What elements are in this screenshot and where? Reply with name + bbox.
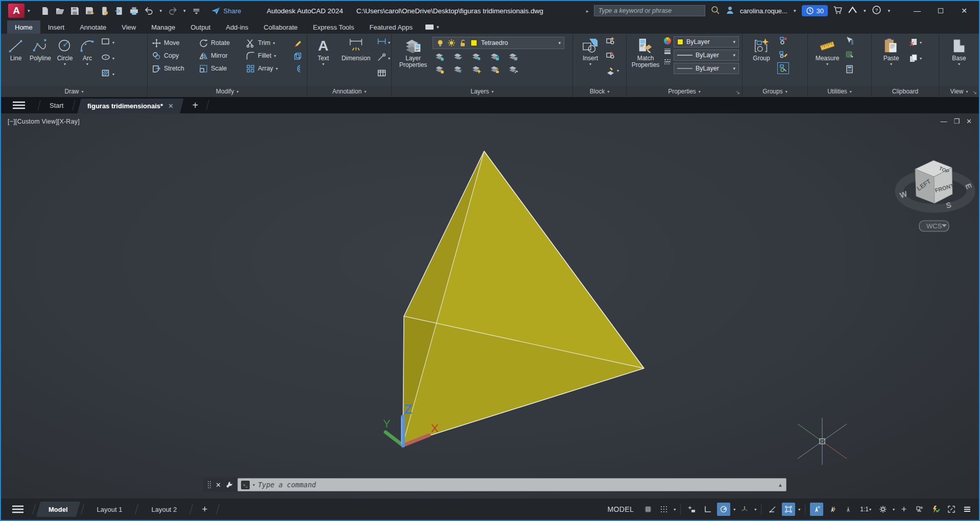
new-drawing-tab-button[interactable]: + bbox=[185, 97, 205, 113]
help-caret-icon[interactable]: ▾ bbox=[888, 8, 890, 13]
viewport-close-icon[interactable]: ✕ bbox=[966, 117, 972, 125]
rectangle-caret-icon[interactable]: ▾ bbox=[112, 41, 114, 45]
layout-menu-icon[interactable] bbox=[6, 505, 30, 513]
leader-caret-icon[interactable]: ▾ bbox=[388, 57, 390, 61]
fillet-caret-icon[interactable]: ▾ bbox=[274, 54, 276, 58]
mirror-button[interactable]: Mirror bbox=[199, 50, 246, 62]
clean-screen-toggle[interactable] bbox=[945, 503, 958, 516]
annotation-autoscale-toggle[interactable] bbox=[826, 503, 839, 516]
text-caret-icon[interactable]: ▾ bbox=[322, 62, 324, 66]
ribbon-display-toggle[interactable]: ▾ bbox=[420, 20, 445, 34]
isolate-objects-toggle[interactable] bbox=[913, 503, 926, 516]
quick-select-icon[interactable] bbox=[845, 36, 854, 48]
explode-button[interactable] bbox=[293, 50, 307, 62]
cut-clip-icon[interactable]: ▾ bbox=[909, 36, 922, 49]
file-tab-close-icon[interactable]: ✕ bbox=[169, 102, 174, 110]
stretch-button[interactable]: Stretch bbox=[152, 62, 199, 75]
insert-caret-icon[interactable]: ▾ bbox=[589, 62, 591, 66]
snap-mode-toggle[interactable] bbox=[657, 503, 671, 516]
match-properties-button[interactable]: Match Properties bbox=[630, 34, 661, 86]
isodraft-caret-icon[interactable]: ▾ bbox=[754, 507, 756, 512]
tab-express-tools[interactable]: Express Tools bbox=[305, 20, 362, 34]
hatch-caret-icon[interactable]: ▾ bbox=[112, 73, 114, 77]
layer-previous-button[interactable] bbox=[453, 65, 464, 76]
command-close-icon[interactable]: ✕ bbox=[216, 481, 221, 489]
help-icon[interactable]: ? bbox=[872, 5, 881, 17]
layer-freeze-button[interactable] bbox=[471, 53, 483, 63]
object-color-dropdown[interactable]: ByLayer ▾ bbox=[674, 36, 739, 48]
arc-caret-icon[interactable]: ▾ bbox=[86, 62, 88, 66]
panel-label-properties[interactable]: Properties▾ bbox=[627, 86, 742, 97]
isometric-drafting-toggle[interactable] bbox=[738, 503, 751, 516]
command-wrench-icon[interactable] bbox=[225, 481, 233, 489]
fillet-button[interactable]: Fillet▾ bbox=[246, 50, 293, 62]
tab-annotate[interactable]: Annotate bbox=[72, 20, 114, 34]
layer-lock-button[interactable] bbox=[490, 53, 501, 63]
customization-menu-icon[interactable] bbox=[961, 503, 974, 516]
layer-thaw-button[interactable] bbox=[471, 65, 483, 76]
tab-output[interactable]: Output bbox=[183, 20, 218, 34]
object-snap-toggle[interactable] bbox=[782, 503, 795, 516]
circle-button[interactable]: Circle ▾ bbox=[56, 34, 74, 86]
rectangle-tool-icon[interactable] bbox=[101, 37, 111, 49]
qat-customize-icon[interactable] bbox=[192, 6, 202, 16]
layer-make-current-button[interactable] bbox=[435, 65, 446, 76]
select-window-icon[interactable] bbox=[845, 50, 854, 62]
model-tab[interactable]: Model bbox=[38, 502, 78, 517]
group-edit-icon[interactable] bbox=[778, 50, 788, 61]
open-file-icon[interactable] bbox=[55, 6, 65, 16]
trim-button[interactable]: Trim▾ bbox=[246, 37, 293, 50]
undo-icon[interactable] bbox=[144, 6, 154, 16]
line-button[interactable]: Line bbox=[7, 34, 25, 86]
offset-button[interactable] bbox=[293, 62, 307, 75]
properties-launcher-icon[interactable]: ↘ bbox=[736, 89, 740, 95]
panel-label-annotation[interactable]: Annotation▾ bbox=[307, 86, 391, 97]
base-caret-icon[interactable]: ▾ bbox=[958, 62, 960, 66]
drawing-viewport[interactable]: Z Y X W S E TOP bbox=[1, 113, 979, 499]
erase-button[interactable] bbox=[293, 37, 307, 50]
tab-featured-apps[interactable]: Featured Apps bbox=[362, 20, 420, 34]
polar-caret-icon[interactable]: ▾ bbox=[733, 507, 735, 512]
move-button[interactable]: Move bbox=[152, 37, 199, 50]
tab-manage[interactable]: Manage bbox=[144, 20, 183, 34]
paste-caret-icon[interactable]: ▾ bbox=[890, 62, 892, 66]
array-button[interactable]: Array▾ bbox=[246, 62, 293, 75]
rotate-button[interactable]: Rotate bbox=[199, 37, 246, 50]
drag-handle-icon[interactable] bbox=[207, 481, 211, 489]
text-button[interactable]: A Text ▾ bbox=[312, 34, 335, 86]
layer-isolate-button[interactable] bbox=[453, 53, 464, 63]
maximize-button[interactable]: ☐ bbox=[929, 3, 952, 18]
viewcube[interactable]: W S E TOP LEFT FRONT WCS bbox=[899, 160, 974, 231]
trial-days-badge[interactable]: 30 bbox=[802, 5, 827, 16]
graphics-performance-toggle[interactable] bbox=[929, 503, 942, 516]
save-icon[interactable] bbox=[70, 6, 80, 16]
command-prompt-icon[interactable]: >_ bbox=[241, 481, 250, 489]
workspace-gear-icon[interactable] bbox=[876, 503, 890, 516]
search-expand-icon[interactable]: ▸ bbox=[586, 8, 589, 14]
tab-addins[interactable]: Add-ins bbox=[218, 20, 256, 34]
define-attributes-icon[interactable]: ▾ bbox=[606, 64, 619, 77]
layer-dropdown[interactable]: Tetraedro ▾ bbox=[433, 37, 564, 49]
grid-display-toggle[interactable] bbox=[641, 503, 655, 516]
app-menu-caret-icon[interactable]: ▾ bbox=[28, 8, 30, 13]
linetype-icon[interactable] bbox=[663, 58, 672, 66]
panel-label-modify[interactable]: Modify▾ bbox=[148, 86, 307, 97]
ellipse-tool-icon[interactable] bbox=[101, 53, 111, 64]
edit-block-icon[interactable] bbox=[606, 50, 619, 62]
osnap-caret-icon[interactable]: ▾ bbox=[798, 507, 800, 512]
create-block-icon[interactable] bbox=[606, 36, 619, 48]
cart-icon[interactable] bbox=[833, 5, 843, 17]
circle-caret-icon[interactable]: ▾ bbox=[64, 62, 66, 66]
command-recent-caret-icon[interactable]: ▾ bbox=[253, 483, 255, 487]
viewport-restore-icon[interactable]: ❐ bbox=[953, 117, 960, 125]
layer-match-button[interactable] bbox=[508, 53, 519, 63]
autodesk-logo-icon[interactable] bbox=[848, 5, 857, 17]
user-avatar-icon[interactable] bbox=[725, 5, 735, 17]
save-as-icon[interactable] bbox=[85, 6, 95, 16]
layer-unlock-icon[interactable] bbox=[459, 39, 467, 47]
linear-dimension-icon[interactable] bbox=[377, 37, 387, 49]
search-input[interactable] bbox=[594, 5, 705, 16]
paste-button[interactable]: Paste ▾ bbox=[878, 34, 904, 86]
linetype-dropdown[interactable]: ByLayer ▾ bbox=[674, 63, 739, 74]
panel-label-groups[interactable]: Groups▾ bbox=[743, 86, 807, 97]
